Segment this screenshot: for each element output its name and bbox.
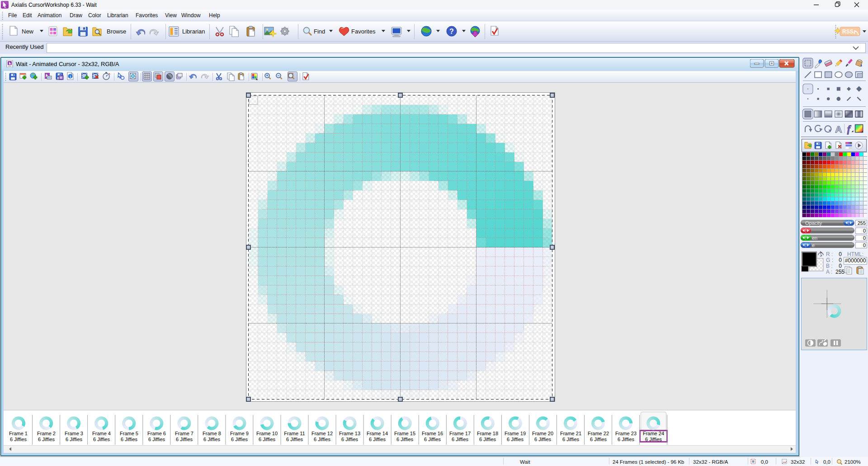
svg-text:A: A: [835, 124, 842, 134]
svg-text:−: −: [277, 73, 279, 78]
svg-text:e: e: [812, 243, 815, 248]
svg-text:en: en: [812, 235, 817, 241]
svg-text:RSS: RSS: [842, 29, 854, 35]
svg-text:B :: B :: [826, 263, 833, 269]
svg-text:+: +: [266, 73, 268, 78]
svg-text:0: 0: [839, 257, 842, 263]
svg-text:0: 0: [839, 263, 842, 269]
svg-text:?: ?: [449, 28, 454, 35]
svg-text:R :: R :: [826, 251, 833, 257]
svg-text:G :: G :: [826, 257, 833, 263]
svg-text:0: 0: [839, 251, 842, 257]
svg-text:f: f: [847, 123, 852, 134]
svg-text:255: 255: [835, 269, 844, 275]
svg-text:A :: A :: [826, 269, 832, 275]
svg-text:HTML:: HTML:: [847, 251, 863, 257]
svg-text:Opacity: Opacity: [805, 220, 822, 226]
